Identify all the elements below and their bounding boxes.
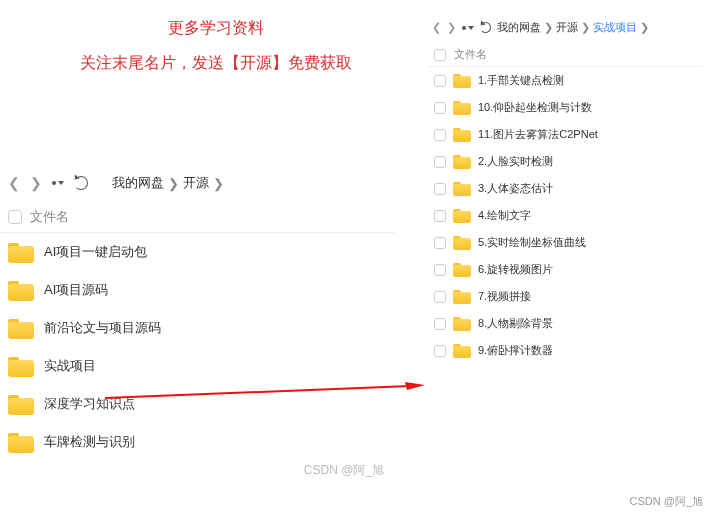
crumb-1[interactable]: 开源: [183, 174, 209, 192]
folder-icon: [8, 431, 34, 453]
list-item[interactable]: 4.绘制文字: [428, 202, 703, 229]
promo-line-2: 关注末尾名片，发送【开源】免费获取: [80, 45, 352, 80]
chevron-right-icon: ❯: [640, 21, 649, 34]
refresh-icon[interactable]: [74, 176, 88, 190]
folder-icon: [8, 393, 34, 415]
list-item[interactable]: 8.人物剔除背景: [428, 310, 703, 337]
promo-line-1: 更多学习资料: [80, 10, 352, 45]
folder-icon: [453, 154, 471, 169]
list-item[interactable]: 实战项目: [0, 347, 395, 385]
watermark: CSDN @阿_旭: [304, 462, 384, 479]
list-item[interactable]: AI项目源码: [0, 271, 395, 309]
column-name-label: 文件名: [454, 47, 487, 62]
list-item[interactable]: 10.仰卧起坐检测与计数: [428, 94, 703, 121]
breadcrumb: 我的网盘 ❯ 开源 ❯: [112, 174, 224, 192]
back-icon[interactable]: ❮: [432, 21, 441, 34]
left-nav-bar: ❮ ❯ 我的网盘 ❯ 开源 ❯: [0, 170, 395, 202]
list-item[interactable]: 前沿论文与项目源码: [0, 309, 395, 347]
promo-text: 更多学习资料 关注末尾名片，发送【开源】免费获取: [80, 10, 352, 80]
select-all-checkbox[interactable]: [8, 210, 22, 224]
row-checkbox[interactable]: [434, 156, 446, 168]
folder-icon: [453, 262, 471, 277]
row-checkbox[interactable]: [434, 210, 446, 222]
folder-icon: [453, 73, 471, 88]
crumb-root[interactable]: 我的网盘: [497, 20, 541, 35]
row-checkbox[interactable]: [434, 318, 446, 330]
right-nav-bar: ❮ ❯ 我的网盘 ❯ 开源 ❯ 实战项目 ❯: [428, 18, 703, 43]
folder-icon: [453, 127, 471, 142]
history-dropdown[interactable]: [462, 26, 474, 30]
crumb-root[interactable]: 我的网盘: [112, 174, 164, 192]
row-checkbox[interactable]: [434, 102, 446, 114]
folder-icon: [453, 181, 471, 196]
forward-icon[interactable]: ❯: [30, 175, 42, 191]
row-checkbox[interactable]: [434, 237, 446, 249]
list-item[interactable]: AI项目一键启动包: [0, 233, 395, 271]
row-checkbox[interactable]: [434, 291, 446, 303]
folder-icon: [8, 279, 34, 301]
row-checkbox[interactable]: [434, 345, 446, 357]
history-dropdown[interactable]: [52, 181, 64, 185]
list-item[interactable]: 2.人脸实时检测: [428, 148, 703, 175]
breadcrumb: 我的网盘 ❯ 开源 ❯ 实战项目 ❯: [497, 20, 649, 35]
list-item[interactable]: 深度学习知识点: [0, 385, 395, 423]
folder-icon: [453, 235, 471, 250]
left-file-browser: ❮ ❯ 我的网盘 ❯ 开源 ❯ 文件名 AI项目一键启动包 AI项目源码 前沿论…: [0, 170, 395, 461]
list-item[interactable]: 9.俯卧撑计数器: [428, 337, 703, 364]
watermark: CSDN @阿_旭: [629, 494, 703, 509]
chevron-right-icon: ❯: [544, 21, 553, 34]
right-file-browser: ❮ ❯ 我的网盘 ❯ 开源 ❯ 实战项目 ❯ 文件名 1.手部关键点检测 10.…: [428, 18, 703, 364]
row-checkbox[interactable]: [434, 129, 446, 141]
row-checkbox[interactable]: [434, 75, 446, 87]
left-column-header: 文件名: [0, 202, 395, 233]
list-item[interactable]: 11.图片去雾算法C2PNet: [428, 121, 703, 148]
folder-icon: [453, 100, 471, 115]
folder-icon: [8, 241, 34, 263]
row-checkbox[interactable]: [434, 264, 446, 276]
list-item[interactable]: 3.人体姿态估计: [428, 175, 703, 202]
chevron-right-icon: ❯: [581, 21, 590, 34]
list-item[interactable]: 车牌检测与识别: [0, 423, 395, 461]
folder-icon: [8, 317, 34, 339]
folder-icon: [453, 289, 471, 304]
forward-icon[interactable]: ❯: [447, 21, 456, 34]
select-all-checkbox[interactable]: [434, 49, 446, 61]
crumb-1[interactable]: 开源: [556, 20, 578, 35]
row-checkbox[interactable]: [434, 183, 446, 195]
folder-icon: [453, 316, 471, 331]
folder-icon: [453, 343, 471, 358]
folder-icon: [8, 355, 34, 377]
list-item[interactable]: 5.实时绘制坐标值曲线: [428, 229, 703, 256]
back-icon[interactable]: ❮: [8, 175, 20, 191]
chevron-right-icon: ❯: [213, 176, 224, 191]
chevron-right-icon: ❯: [168, 176, 179, 191]
folder-icon: [453, 208, 471, 223]
column-name-label: 文件名: [30, 208, 69, 226]
svg-marker-1: [405, 382, 425, 390]
right-column-header: 文件名: [428, 43, 703, 67]
crumb-2[interactable]: 实战项目: [593, 20, 637, 35]
list-item[interactable]: 1.手部关键点检测: [428, 67, 703, 94]
list-item[interactable]: 7.视频拼接: [428, 283, 703, 310]
refresh-icon[interactable]: [480, 22, 491, 33]
list-item[interactable]: 6.旋转视频图片: [428, 256, 703, 283]
